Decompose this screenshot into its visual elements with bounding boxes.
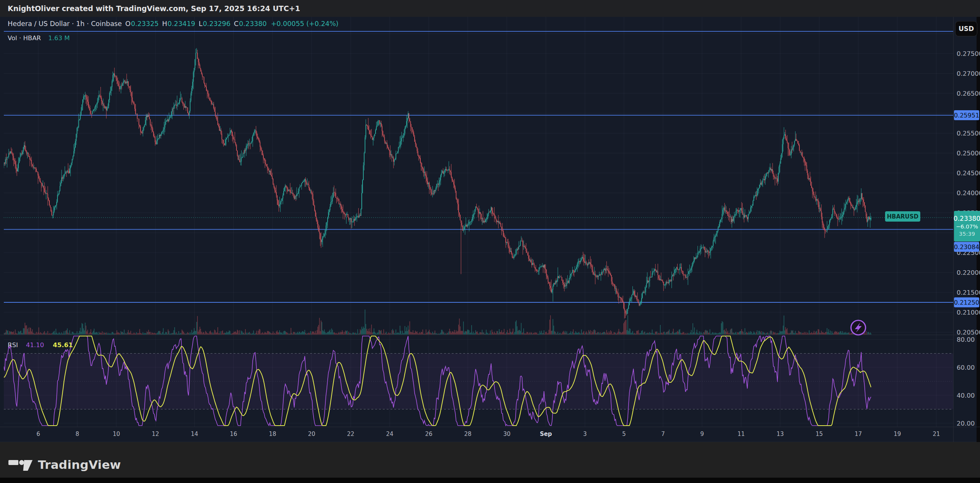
time-tick: 6 (36, 431, 40, 437)
price-tick: 0.21000 (957, 309, 980, 316)
candlestick-series (4, 48, 871, 319)
time-tick: 22 (347, 431, 354, 437)
time-axis[interactable]: 681012141618202224262830Sep3579111315171… (0, 427, 980, 442)
price-tick: 0.24500 (957, 170, 980, 177)
time-tick: Sep (540, 431, 552, 437)
price-tick: 0.25500 (957, 130, 980, 137)
bar-countdown: 35:39 (959, 230, 975, 238)
last-price-change: −6.07% (956, 223, 978, 231)
tradingview-logo-icon (8, 457, 33, 473)
time-tick: 19 (893, 431, 901, 437)
volume-value: 1.63 M (48, 34, 70, 42)
last-price-value: 0.23380 (954, 214, 980, 223)
time-tick: 16 (230, 431, 237, 437)
time-tick: 7 (661, 431, 665, 437)
time-tick: 30 (503, 431, 510, 437)
price-tick: 0.26500 (957, 90, 980, 97)
footer: TradingView (0, 442, 980, 478)
price-tick: 0.24000 (957, 189, 980, 197)
time-tick: 8 (75, 431, 79, 437)
volume-indicator-row: Vol · HBAR 1.63 M (8, 34, 70, 42)
price-tick: 0.20500 (957, 329, 980, 336)
symbol-title: Hedera / US Dollar · 1h · Coinbase (8, 20, 122, 28)
last-price-label: 0.23380 −6.07% 35:39 (954, 211, 980, 242)
rsi-value: 41.10 (26, 341, 44, 349)
rsi-indicator-row: RSI 41.10 45.61 (8, 341, 73, 349)
rsi-tick: 60.00 (957, 364, 975, 371)
ohlc-open: O0.23325 (125, 20, 158, 28)
time-tick: 11 (737, 431, 745, 437)
rsi-tick: 80.00 (957, 336, 975, 343)
price-axis[interactable]: USD 0.275000.270000.265000.255000.250000… (953, 17, 980, 442)
time-tick: 24 (386, 431, 393, 437)
time-tick: 10 (113, 431, 120, 437)
ohlc-low: L0.23296 (199, 20, 230, 28)
ohlc-high: H0.23419 (162, 20, 195, 28)
rsi-tick: 20.00 (957, 419, 975, 427)
ohlc-close: C0.23380 (234, 20, 267, 28)
time-tick: 14 (191, 431, 198, 437)
volume-label: Vol · HBAR (8, 34, 41, 42)
horizontal-level-lines[interactable] (4, 31, 953, 302)
price-tick: 0.22000 (957, 269, 980, 276)
level-price-pill: 0.25951 (954, 110, 979, 120)
volume-bars (4, 310, 871, 335)
price-tick: 0.27500 (957, 50, 980, 57)
symbol-header: Hedera / US Dollar · 1h · Coinbase O0.23… (8, 20, 338, 28)
time-tick: 21 (933, 431, 940, 437)
price-tick: 0.25000 (957, 150, 980, 157)
quick-trade-lightning-icon[interactable] (851, 320, 866, 335)
time-tick: 26 (425, 431, 432, 437)
rsi-tick: 40.00 (957, 392, 975, 399)
attribution-bar: KnightOliver created with TradingView.co… (0, 0, 980, 17)
attribution-text: KnightOliver created with TradingView.co… (8, 4, 300, 13)
level-price-pill: 0.21250 (954, 297, 979, 307)
bottom-strip (0, 478, 980, 483)
tradingview-brand-text: TradingView (38, 458, 121, 472)
time-tick: 18 (269, 431, 276, 437)
time-tick: 3 (583, 431, 587, 437)
time-tick: 20 (308, 431, 315, 437)
rsi-ma-value: 45.61 (53, 341, 73, 349)
symbol-price-tag: HBARUSD (885, 211, 920, 222)
currency-toggle-button[interactable]: USD (955, 21, 977, 36)
time-tick: 28 (464, 431, 471, 437)
price-tick: 0.27000 (957, 70, 980, 77)
time-tick: 15 (815, 431, 823, 437)
time-tick: 9 (700, 431, 704, 437)
time-tick: 5 (622, 431, 626, 437)
rsi-label: RSI (8, 341, 18, 349)
time-tick: 12 (152, 431, 159, 437)
time-tick: 13 (776, 431, 784, 437)
chart-canvas[interactable] (0, 0, 980, 483)
time-tick: 17 (854, 431, 862, 437)
price-tick: 0.21500 (957, 289, 980, 296)
level-price-pill: 0.23084 (954, 242, 979, 252)
price-change: +0.00055 (+0.24%) (271, 20, 339, 28)
